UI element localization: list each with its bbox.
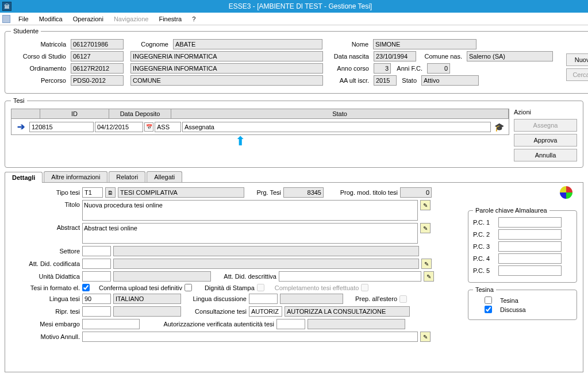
- pc4-label: P.C. 4: [473, 255, 496, 262]
- annocorso-label: Anno corso: [325, 65, 371, 72]
- motivo-edit-icon[interactable]: ✎: [420, 332, 431, 342]
- tipotesi-des: TESI COMPILATIVA: [118, 187, 244, 198]
- abstract-edit-icon[interactable]: ✎: [420, 223, 431, 233]
- tesi-statocod-input[interactable]: [155, 122, 181, 132]
- azioni-label: Azioni: [514, 109, 577, 117]
- pc5-input[interactable]: [498, 265, 562, 276]
- percorso-label: Percorso: [11, 77, 68, 84]
- pc4-input[interactable]: [498, 253, 562, 264]
- system-menu-icon[interactable]: [2, 15, 10, 23]
- unita-input[interactable]: [82, 271, 111, 282]
- progmod-value: 0: [400, 187, 432, 198]
- col-stato: Stato: [171, 109, 509, 118]
- menu-help[interactable]: ?: [187, 14, 200, 24]
- pc3-input[interactable]: [498, 241, 562, 252]
- datanascita-label: Data nascita: [325, 53, 371, 60]
- datanascita-value: 23/10/1994: [374, 51, 416, 61]
- annocorso-value: 3: [374, 63, 391, 74]
- autver-label: Autorizzazione verificata autenticità te…: [142, 321, 274, 328]
- menu-finestra[interactable]: Finestra: [154, 14, 186, 24]
- pc2-input[interactable]: [498, 229, 562, 240]
- assegna-button: Assegna: [514, 119, 577, 132]
- tesi-statodes-input[interactable]: [182, 122, 491, 132]
- conferma-checkbox[interactable]: [185, 284, 192, 291]
- studente-legend: Studente: [11, 28, 41, 34]
- linguadisc-cod[interactable]: [249, 294, 278, 304]
- autver-cod[interactable]: [276, 319, 305, 329]
- cons-des: AUTORIZZA LA CONSULTAZIONE: [285, 306, 410, 317]
- titlebar: 🏛 ESSE3 - [AMBIENTE DI TEST - Gestione T…: [0, 0, 588, 13]
- parolechiave-group: Parole chiave Almalaurea P.C. 1 P.C. 2 P…: [468, 207, 577, 283]
- corso-label: Corso di Studio: [11, 53, 68, 60]
- tesina-checkbox[interactable]: [485, 296, 492, 304]
- app-icon: 🏛: [2, 2, 11, 11]
- ord-label: Ordinamento: [11, 65, 68, 72]
- col-data: Data Deposito: [109, 109, 171, 118]
- tesi-legend: Tesi: [11, 97, 27, 104]
- abstract-textarea[interactable]: Abstract tesi online: [82, 223, 418, 244]
- tab-relatori[interactable]: Relatori: [109, 171, 145, 182]
- tesina-label: Tesina: [500, 297, 518, 304]
- discussa-checkbox[interactable]: [485, 306, 492, 313]
- menu-file[interactable]: File: [14, 14, 33, 24]
- menu-operazioni[interactable]: Operazioni: [68, 14, 108, 24]
- progmod-label: Prog. mod. titolo tesi: [326, 189, 398, 196]
- percorso-cod: PDS0-2012: [71, 75, 124, 86]
- tesi-grid: ID Data Deposito Stato ➔ 📅 🎓: [11, 109, 509, 135]
- pointer-arrow-icon: ⬆: [235, 134, 509, 149]
- attdesc-input[interactable]: [279, 271, 421, 282]
- attcod-input[interactable]: [82, 259, 111, 269]
- cons-label: Consultazione tesi: [183, 308, 247, 315]
- autver-des: [308, 319, 405, 329]
- attdesc-edit-icon[interactable]: ✎: [424, 271, 434, 282]
- tipotesi-label: Tipo tesi: [11, 189, 80, 196]
- linguadisc-label: Lingua discussione: [183, 295, 247, 302]
- tesi-row[interactable]: ➔ 📅 🎓: [11, 119, 509, 134]
- menu-modifica[interactable]: Modifica: [34, 14, 67, 24]
- lingua-cod[interactable]: [82, 294, 111, 304]
- corso-des: INGEGNERIA INFORMATICA: [130, 51, 323, 61]
- cerca-studente-button: Cerca studente: [566, 68, 588, 81]
- tesi-data-input[interactable]: [95, 122, 143, 132]
- dignita-label: Dignità di Stampa: [205, 284, 255, 291]
- menubar: File Modifica Operazioni Navigazione Fin…: [0, 13, 588, 25]
- settore-des: [113, 246, 419, 256]
- abstract-label: Abstract: [11, 223, 80, 231]
- lingua-des: ITALIANO: [113, 294, 181, 304]
- aa-label: AA ult iscr.: [325, 77, 371, 84]
- tab-altre[interactable]: Altre informazioni: [44, 171, 107, 182]
- current-row-arrow-icon: ➔: [14, 121, 28, 132]
- tipotesi-cod[interactable]: [82, 187, 103, 198]
- globe-icon[interactable]: [560, 186, 572, 199]
- prgtesi-value: 8345: [283, 187, 324, 198]
- tab-dettagli[interactable]: Dettagli: [5, 172, 43, 183]
- attcod-des: [113, 259, 419, 269]
- graduation-icon: 🎓: [492, 122, 506, 132]
- nuova-ricerca-button[interactable]: Nuova ricerca: [566, 53, 588, 66]
- annulla-button[interactable]: Annulla: [514, 149, 577, 161]
- attcod-edit-icon[interactable]: ✎: [421, 259, 432, 269]
- ripr-cod[interactable]: [82, 306, 111, 317]
- attcod-label: Att. Did. codificata: [11, 260, 80, 267]
- titolo-textarea[interactable]: Nuova procedura tesi online: [82, 200, 418, 221]
- comune-value: Salerno (SA): [467, 51, 553, 61]
- motivo-label: Motivo Annull.: [11, 333, 80, 340]
- mesi-input[interactable]: [82, 319, 140, 329]
- calendar-icon[interactable]: 📅: [144, 122, 153, 132]
- linguadisc-des: [280, 294, 343, 304]
- tipotesi-lookup-icon[interactable]: 🗎: [105, 187, 116, 198]
- tab-allegati[interactable]: Allegati: [147, 171, 182, 182]
- titolo-edit-icon[interactable]: ✎: [420, 200, 431, 210]
- motivo-input[interactable]: [82, 332, 418, 342]
- cons-cod[interactable]: [249, 306, 282, 317]
- window-title: ESSE3 - [AMBIENTE DI TEST - Gestione Tes…: [15, 2, 586, 10]
- formato-checkbox[interactable]: [82, 284, 90, 291]
- settore-input[interactable]: [82, 246, 111, 256]
- tesi-id-input[interactable]: [29, 122, 94, 132]
- conferma-label: Conferma upload tesi definitiv: [99, 284, 182, 291]
- stato-value: Attivo: [421, 75, 479, 86]
- pc1-input[interactable]: [498, 217, 562, 228]
- cognome-value: ABATE: [173, 39, 322, 49]
- approva-button[interactable]: Approva: [514, 134, 577, 147]
- menu-navigazione: Navigazione: [109, 14, 153, 24]
